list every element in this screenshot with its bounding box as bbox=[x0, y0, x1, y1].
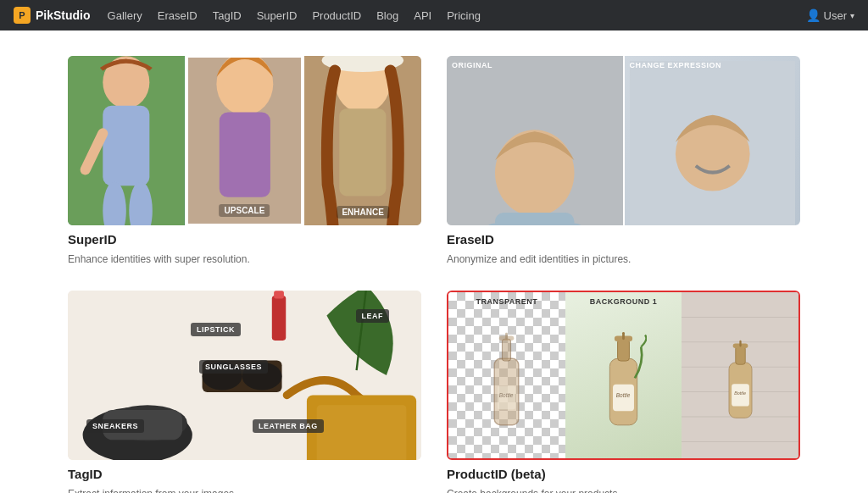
eraseid-image: ORIGINAL bbox=[447, 56, 800, 225]
nav-pricing[interactable]: Pricing bbox=[447, 9, 481, 22]
svg-text:Bottle: Bottle bbox=[734, 391, 746, 396]
logo[interactable]: P PikStudio bbox=[14, 7, 91, 24]
superid-image: UPSCALE bbox=[68, 56, 421, 225]
svg-rect-14 bbox=[337, 56, 389, 62]
svg-rect-19 bbox=[495, 213, 575, 225]
eraseid-desc: Anonymize and edit identities in picture… bbox=[447, 253, 800, 265]
eraseid-card[interactable]: ORIGINAL bbox=[447, 56, 800, 265]
svg-rect-10 bbox=[219, 113, 270, 197]
tagid-title: TagID bbox=[68, 467, 421, 481]
lipstick-tag: LIPSTICK bbox=[191, 323, 241, 336]
nav-productid[interactable]: ProductID bbox=[312, 9, 361, 22]
superid-card[interactable]: UPSCALE bbox=[68, 56, 421, 265]
productid-transparent: TRANSPARENT Bottle bbox=[448, 292, 565, 458]
nav-gallery[interactable]: Gallery bbox=[108, 9, 142, 22]
leather-bag-tag: LEATHER BAG bbox=[253, 419, 324, 433]
svg-rect-3 bbox=[103, 106, 149, 186]
transparent-label: TRANSPARENT bbox=[476, 297, 537, 306]
eraseid-title: EraseID bbox=[447, 232, 800, 246]
eraseid-right-panels: CHANGE EXPRESSION bbox=[625, 56, 801, 225]
svg-rect-52 bbox=[622, 332, 625, 340]
productid-title: ProductID (beta) bbox=[447, 467, 800, 481]
tagid-card[interactable]: LIPSTICK LEAF SUNGLASSES SNEAKERS LEATHE… bbox=[68, 291, 421, 493]
superid-title: SuperID bbox=[68, 232, 421, 246]
svg-point-18 bbox=[495, 130, 575, 216]
svg-rect-45 bbox=[505, 333, 508, 339]
svg-rect-39 bbox=[317, 405, 407, 460]
tagid-desc: Extract information from your images. bbox=[68, 488, 421, 493]
svg-rect-37 bbox=[274, 291, 284, 298]
svg-rect-36 bbox=[272, 296, 286, 341]
svg-rect-66 bbox=[739, 341, 741, 347]
svg-text:Bottle: Bottle bbox=[499, 392, 514, 398]
logo-text: PikStudio bbox=[36, 8, 91, 22]
leaf-tag: LEAF bbox=[356, 309, 390, 323]
main-content: UPSCALE bbox=[0, 30, 868, 493]
chevron-down-icon: ▾ bbox=[850, 11, 854, 20]
eraseid-original: ORIGINAL bbox=[447, 56, 623, 225]
nav-blog[interactable]: Blog bbox=[376, 9, 398, 22]
productid-bg1: BACKGROUND 1 Bottle bbox=[565, 292, 682, 458]
productid-image: TRANSPARENT Bottle bbox=[447, 291, 800, 460]
svg-text:Bottle: Bottle bbox=[616, 392, 631, 398]
logo-icon: P bbox=[14, 7, 31, 24]
upscale-label: UPSCALE bbox=[220, 204, 270, 217]
superid-panel-enhance: ENHANCE bbox=[304, 56, 421, 225]
productid-bg2: BACKGROUND 2 bbox=[682, 292, 798, 458]
sneakers-tag: SNEAKERS bbox=[86, 419, 144, 433]
nav-links: Gallery EraseID TagID SuperID ProductID … bbox=[108, 9, 789, 22]
user-menu[interactable]: 👤 User ▾ bbox=[806, 8, 854, 22]
nav-eraseid[interactable]: EraseID bbox=[158, 9, 198, 22]
bg1-label: BACKGROUND 1 bbox=[590, 297, 658, 306]
svg-rect-62 bbox=[735, 346, 745, 365]
navbar: P PikStudio Gallery EraseID TagID SuperI… bbox=[0, 0, 868, 30]
original-label: ORIGINAL bbox=[452, 61, 492, 69]
change-expression-label: CHANGE EXPRESSION bbox=[630, 61, 722, 69]
user-label: User bbox=[824, 9, 847, 22]
tagid-image: LIPSTICK LEAF SUNGLASSES SNEAKERS LEATHE… bbox=[68, 291, 421, 460]
nav-api[interactable]: API bbox=[414, 9, 431, 22]
superid-desc: Enhance identities with super resolution… bbox=[68, 253, 421, 265]
eraseid-change-expression: CHANGE EXPRESSION bbox=[625, 56, 801, 225]
nav-superid[interactable]: SuperID bbox=[257, 9, 298, 22]
superid-panel-original bbox=[68, 56, 185, 225]
superid-panel-upscale: UPSCALE bbox=[186, 56, 303, 225]
svg-rect-15 bbox=[340, 108, 387, 196]
cards-grid: UPSCALE bbox=[68, 56, 800, 493]
productid-card[interactable]: TRANSPARENT Bottle bbox=[447, 291, 800, 493]
sunglasses-tag: SUNGLASSES bbox=[199, 360, 268, 374]
productid-desc: Create backgrounds for your products. bbox=[447, 488, 800, 493]
nav-tagid[interactable]: TagID bbox=[213, 9, 242, 22]
enhance-label: ENHANCE bbox=[337, 206, 388, 219]
svg-rect-48 bbox=[618, 339, 630, 361]
svg-rect-41 bbox=[503, 339, 511, 361]
